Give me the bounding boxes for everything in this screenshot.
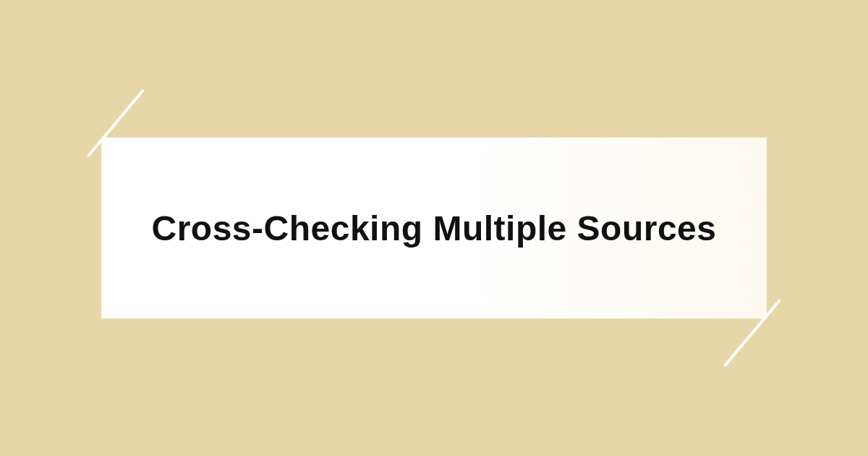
title-card-wrapper: Cross-Checking Multiple Sources xyxy=(101,138,767,318)
title-card: Cross-Checking Multiple Sources xyxy=(101,138,767,318)
page-title: Cross-Checking Multiple Sources xyxy=(152,208,717,248)
